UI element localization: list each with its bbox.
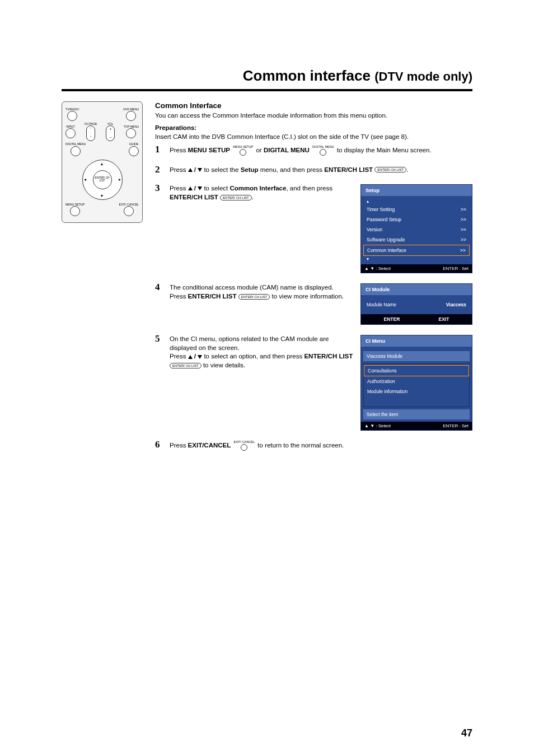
osd-setup-item: Version>> bbox=[363, 225, 470, 235]
digital-menu-button-icon: DIGITAL MENU bbox=[312, 146, 334, 156]
remote-label-enter: ENTER/ CH LIST bbox=[93, 170, 112, 189]
menu-setup-button-icon: MENU SETUP bbox=[233, 146, 253, 156]
osd-cimenu-module: Viaccess Module bbox=[363, 351, 470, 361]
osd-cimenu-hint: Select the item bbox=[363, 409, 470, 419]
down-icon bbox=[198, 186, 202, 190]
title-main: Common interface bbox=[243, 67, 371, 84]
step-4-text: The conditional access module (CAM) name… bbox=[170, 283, 354, 301]
step-4: The conditional access module (CAM) name… bbox=[155, 283, 472, 325]
osd-cimenu-item: Authorization bbox=[364, 376, 469, 386]
enter-chip-icon: ENTER/ CH LIST bbox=[238, 294, 270, 300]
section-title: Common Interface bbox=[155, 101, 472, 110]
up-icon bbox=[188, 355, 193, 359]
step-1-text: Press MENU SETUP MENU SETUP or DIGITAL M… bbox=[170, 146, 472, 156]
osd-foot-select: ▲ ▼ : Select bbox=[364, 423, 391, 428]
steps-list: Press MENU SETUP MENU SETUP or DIGITAL M… bbox=[155, 146, 472, 451]
step-3-text: Press / to select Common Interface, and … bbox=[170, 184, 354, 202]
osd-foot-enter: ENTER : Set bbox=[443, 266, 469, 271]
page-number: 47 bbox=[461, 727, 472, 739]
osd-cimod-exit: EXIT bbox=[439, 316, 449, 322]
up-icon bbox=[188, 168, 193, 172]
osd-setup-menu: Setup ▴ Timer Setting>>Password Setup>>V… bbox=[360, 184, 472, 273]
remote-nav-ring: ▴▾ ◂▸ ENTER/ CH LIST bbox=[82, 160, 123, 200]
remote-illustration: TV/RADIO DVD MENU INPUT CH PAGEˆˇ VOL+− … bbox=[62, 101, 143, 223]
osd-cimenu-title: CI Menu bbox=[361, 335, 472, 347]
osd-setup-item: Timer Setting>> bbox=[363, 204, 470, 214]
up-icon bbox=[188, 186, 193, 190]
page-title: Common interface (DTV mode only) bbox=[62, 67, 472, 85]
osd-setup-item: Password Setup>> bbox=[363, 214, 470, 225]
step-6-text: Press EXIT/CANCEL EXIT/ CANCEL to return… bbox=[170, 441, 472, 451]
step-1: Press MENU SETUP MENU SETUP or DIGITAL M… bbox=[155, 146, 472, 156]
step-2-text: Press / to select the Setup menu, and th… bbox=[170, 166, 472, 175]
module-name-label: Module Name bbox=[367, 302, 396, 307]
osd-cimod-title: CI Module bbox=[361, 284, 472, 295]
down-icon bbox=[198, 355, 202, 359]
step-5: On the CI menu, options related to the C… bbox=[155, 335, 472, 431]
osd-ci-module: CI Module Module Name Viaccess ENTER bbox=[360, 283, 472, 325]
osd-cimod-enter: ENTER bbox=[384, 316, 400, 322]
down-icon bbox=[198, 168, 202, 172]
enter-chip-icon: ENTER/ CH LIST bbox=[374, 167, 406, 172]
scroll-up-icon: ▴ bbox=[363, 198, 470, 204]
enter-chip-icon: ENTER/ CH LIST bbox=[220, 195, 252, 200]
exit-cancel-button-icon: EXIT/ CANCEL bbox=[233, 441, 255, 451]
remote-label-digital: DIGITAL MENU bbox=[65, 143, 86, 146]
osd-cimenu-item: Consultations bbox=[364, 365, 469, 376]
osd-setup-item: Common Interface>> bbox=[363, 245, 470, 256]
scroll-down-icon: ▾ bbox=[363, 256, 470, 262]
osd-cimenu-item: Module information bbox=[364, 386, 469, 396]
title-rule bbox=[62, 89, 472, 91]
remote-label-guide: GUIDE bbox=[129, 143, 138, 146]
intro-text: You can access the Common Interface modu… bbox=[155, 112, 472, 119]
prep-label: Preparations: bbox=[155, 124, 472, 131]
osd-foot-enter: ENTER : Set bbox=[443, 423, 469, 428]
step-3: Press / to select Common Interface, and … bbox=[155, 184, 472, 273]
enter-chip-icon: ENTER/ CH LIST bbox=[170, 363, 202, 368]
osd-foot-select: ▲ ▼ : Select bbox=[364, 266, 391, 271]
step-5-text: On the CI menu, options related to the C… bbox=[170, 335, 354, 370]
module-name-value: Viaccess bbox=[446, 302, 466, 307]
osd-setup-item: Software Upgrade>> bbox=[363, 235, 470, 245]
prep-text: Insert CAM into the DVB Common Interface… bbox=[155, 133, 472, 140]
osd-setup-title: Setup bbox=[361, 185, 472, 196]
title-sub: (DTV mode only) bbox=[374, 69, 472, 83]
osd-ci-menu: CI Menu Viaccess Module ConsultationsAut… bbox=[360, 335, 472, 431]
step-2: Press / to select the Setup menu, and th… bbox=[155, 166, 472, 175]
step-6: Press EXIT/CANCEL EXIT/ CANCEL to return… bbox=[155, 441, 472, 451]
